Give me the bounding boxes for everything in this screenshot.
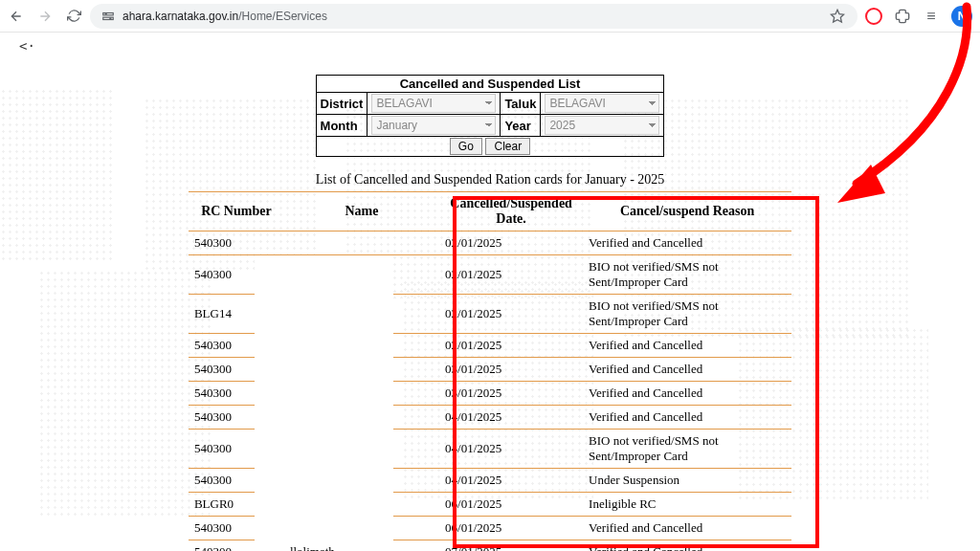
back-button[interactable] bbox=[8, 8, 25, 25]
table-row: 540300llolimath07/01/2025Verified and Ca… bbox=[189, 540, 791, 552]
filter-table: Cancelled and Suspended List District BE… bbox=[316, 75, 665, 157]
cell-reason: Verified and Cancelled bbox=[583, 231, 791, 255]
profile-avatar[interactable]: N bbox=[951, 6, 972, 27]
cell-date: 03/01/2025 bbox=[439, 382, 583, 406]
year-select[interactable]: 2025 bbox=[545, 116, 659, 135]
cell-name: ESAI bbox=[284, 493, 439, 517]
cell-name bbox=[284, 469, 439, 493]
url-text: ahara.karnataka.gov.in/Home/EServices bbox=[122, 10, 327, 23]
page-logo-icon: <· bbox=[19, 38, 35, 54]
cell-reason: Verified and Cancelled bbox=[583, 406, 791, 430]
cell-date: 04/01/2025 bbox=[439, 430, 583, 469]
svg-point-2 bbox=[105, 13, 106, 14]
address-bar[interactable]: ahara.karnataka.gov.in/Home/EServices bbox=[90, 4, 858, 29]
cell-rc: 540300 bbox=[189, 334, 284, 358]
year-label: Year bbox=[501, 115, 541, 137]
table-row: 54030004/01/2025Under Suspension bbox=[189, 469, 791, 493]
cell-name: ಕಂದಗಲ bbox=[284, 517, 439, 540]
col-date: Cancelled/Suspended Date. bbox=[439, 192, 583, 231]
cell-name bbox=[284, 231, 439, 255]
cell-rc: BLGR0 bbox=[189, 493, 284, 517]
cell-rc: BLG14 bbox=[189, 295, 284, 334]
filter-title: Cancelled and Suspended List bbox=[316, 76, 664, 93]
table-row: 54030002/01/2025Verified and Cancelled bbox=[189, 231, 791, 255]
content-wrap: Cancelled and Suspended List District BE… bbox=[0, 59, 980, 551]
col-rc: RC Number bbox=[189, 192, 284, 231]
table-row: 540300ಕಂದಗಲ06/01/2025Verified and Cancel… bbox=[189, 517, 791, 540]
cell-reason: Verified and Cancelled bbox=[583, 382, 791, 406]
taluk-select[interactable]: BELAGAVI bbox=[545, 94, 659, 113]
cell-reason: Ineligible RC bbox=[583, 493, 791, 517]
toolbar-right: ≡ N bbox=[865, 6, 972, 27]
cell-rc: 540300 bbox=[189, 430, 284, 469]
cell-reason: BIO not verified/SMS not Sent/Improper C… bbox=[583, 255, 791, 295]
cell-name: med bbox=[284, 358, 439, 382]
cell-reason: Verified and Cancelled bbox=[583, 358, 791, 382]
cell-date: 02/01/2025 bbox=[439, 334, 583, 358]
cell-date: 04/01/2025 bbox=[439, 406, 583, 430]
table-row: 540300atbannava02/01/2025Verified and Ca… bbox=[189, 334, 791, 358]
page-area: Cancelled and Suspended List District BE… bbox=[0, 59, 980, 551]
svg-rect-0 bbox=[103, 12, 114, 14]
cell-name bbox=[284, 406, 439, 430]
svg-point-3 bbox=[110, 17, 111, 18]
reload-button[interactable] bbox=[65, 8, 82, 25]
star-icon[interactable] bbox=[829, 8, 846, 25]
cell-name: Dhamneka bbox=[284, 255, 439, 295]
browser-chrome: ahara.karnataka.gov.in/Home/EServices ≡ … bbox=[0, 0, 980, 33]
cell-name: r bbox=[284, 430, 439, 469]
cell-rc: 540300 bbox=[189, 540, 284, 552]
cell-rc: 540300 bbox=[189, 382, 284, 406]
table-row: 540300Dhamneka02/01/2025BIO not verified… bbox=[189, 255, 791, 295]
cell-rc: 540300 bbox=[189, 469, 284, 493]
cell-date: 04/01/2025 bbox=[439, 469, 583, 493]
cell-reason: Under Suspension bbox=[583, 469, 791, 493]
cell-rc: 540300 bbox=[189, 517, 284, 540]
cell-rc: 540300 bbox=[189, 358, 284, 382]
cell-name bbox=[284, 382, 439, 406]
table-row: BLGR0ESAI06/01/2025Ineligible RC bbox=[189, 493, 791, 517]
cell-date: 02/01/2025 bbox=[439, 255, 583, 295]
cell-date: 03/01/2025 bbox=[439, 358, 583, 382]
col-name: Name bbox=[284, 192, 439, 231]
cell-name bbox=[284, 295, 439, 334]
go-button[interactable]: Go bbox=[450, 138, 482, 155]
extensions-icon[interactable] bbox=[894, 8, 911, 25]
list-heading: List of Cancelled and Suspended Ration c… bbox=[316, 172, 665, 187]
data-table: RC Number Name Cancelled/Suspended Date.… bbox=[189, 191, 791, 551]
cell-reason: BIO not verified/SMS not Sent/Improper C… bbox=[583, 295, 791, 334]
table-row: BLG1402/01/2025BIO not verified/SMS not … bbox=[189, 295, 791, 334]
cell-date: 02/01/2025 bbox=[439, 295, 583, 334]
site-settings-icon[interactable] bbox=[101, 10, 115, 23]
district-select[interactable]: BELAGAVI bbox=[371, 94, 496, 113]
cell-rc: 540300 bbox=[189, 255, 284, 295]
cell-reason: BIO not verified/SMS not Sent/Improper C… bbox=[583, 430, 791, 469]
month-label: Month bbox=[316, 115, 368, 137]
nav-buttons bbox=[8, 8, 82, 25]
cell-name: atbannava bbox=[284, 334, 439, 358]
month-select[interactable]: January bbox=[371, 116, 496, 135]
table-row: 540300r04/01/2025BIO not verified/SMS no… bbox=[189, 430, 791, 469]
svg-rect-1 bbox=[103, 17, 114, 19]
clear-button[interactable]: Clear bbox=[485, 138, 530, 155]
district-label: District bbox=[316, 93, 368, 115]
cell-reason: Verified and Cancelled bbox=[583, 540, 791, 552]
cell-date: 06/01/2025 bbox=[439, 493, 583, 517]
opera-icon[interactable] bbox=[865, 8, 882, 25]
cell-rc: 540300 bbox=[189, 231, 284, 255]
table-row: 54030004/01/2025Verified and Cancelled bbox=[189, 406, 791, 430]
cell-reason: Verified and Cancelled bbox=[583, 517, 791, 540]
cell-name: llolimath bbox=[284, 540, 439, 552]
cell-rc: 540300 bbox=[189, 406, 284, 430]
menu-lines-icon[interactable]: ≡ bbox=[923, 8, 940, 25]
cell-date: 06/01/2025 bbox=[439, 517, 583, 540]
table-row: 540300med03/01/2025Verified and Cancelle… bbox=[189, 358, 791, 382]
cell-date: 02/01/2025 bbox=[439, 231, 583, 255]
cell-reason: Verified and Cancelled bbox=[583, 334, 791, 358]
taluk-label: Taluk bbox=[501, 93, 541, 115]
cell-date: 07/01/2025 bbox=[439, 540, 583, 552]
forward-button[interactable] bbox=[36, 8, 54, 25]
col-reason: Cancel/suspend Reason bbox=[583, 192, 791, 231]
secondary-bar: <· bbox=[0, 33, 980, 59]
svg-marker-4 bbox=[831, 10, 843, 22]
